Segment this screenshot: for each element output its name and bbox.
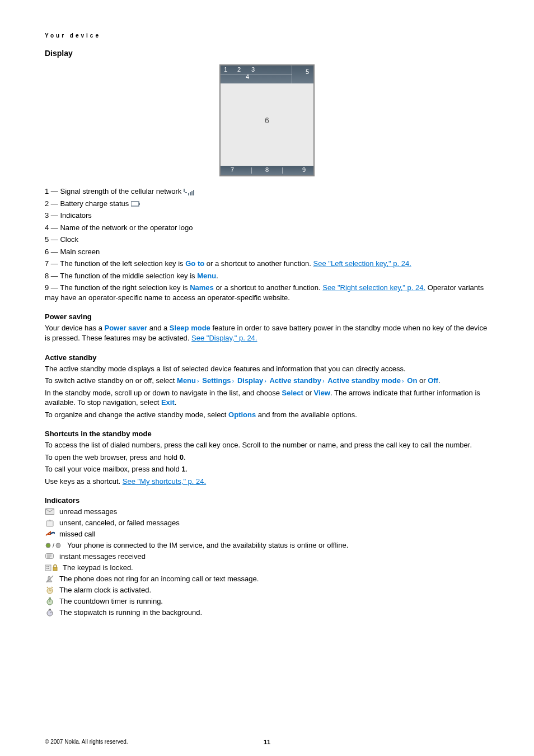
left-selection-key-link[interactable]: See "Left selection key," p. 24. [313, 259, 411, 268]
im-online-offline-icon: / [45, 542, 63, 549]
svg-line-28 [51, 587, 53, 588]
item-4-num: 4 [45, 223, 49, 232]
item-8-post: . [216, 272, 218, 280]
power-saver-term: Power saver [104, 324, 147, 332]
indicator-keypad-locked: The keypad is locked. [45, 563, 489, 572]
diagram-label-9: 9 [302, 166, 306, 173]
active-standby-p1: The active standby mode displays a list … [45, 364, 489, 374]
svg-rect-7 [139, 203, 140, 205]
item-9: 9 — The function of the right selection … [45, 283, 489, 302]
display-diagram: 1 2 3 4 5 6 7 8 9 [219, 64, 315, 176]
item-5: 5 — Clock [45, 235, 489, 245]
envelope-icon [45, 508, 55, 516]
indicators-heading: Indicators [45, 496, 489, 505]
running-header: Your device [45, 32, 489, 39]
item-1-num: 1 [45, 187, 49, 195]
display-heading: Display [45, 49, 489, 58]
right-selection-key-link[interactable]: See "Right selection key," p. 24. [322, 283, 425, 292]
svg-line-27 [47, 587, 48, 588]
item-2-text: — Battery charge status [51, 199, 131, 208]
indicator-text: Your phone is connected to the IM servic… [67, 541, 348, 549]
item-7: 7 — The function of the left selection k… [45, 259, 489, 269]
item-3-text: — Indicators [51, 211, 92, 220]
svg-rect-4 [191, 191, 193, 195]
diagram-label-1: 1 [224, 66, 227, 73]
copyright: © 2007 Nokia. All rights reserved. [45, 739, 128, 745]
indicator-countdown: The countdown timer is running. [45, 597, 489, 605]
crumb-active-standby: Active standby [269, 376, 321, 385]
svg-rect-19 [48, 566, 49, 567]
indicator-missed-call: missed call [45, 530, 489, 538]
diagram-label-7: 7 [231, 166, 234, 173]
outbox-icon [45, 519, 55, 527]
crumb-sep: › [321, 377, 326, 384]
item-2: 2 — Battery charge status [45, 199, 489, 209]
active-p3-pre: In the standby mode, scroll up or down t… [45, 389, 282, 397]
signal-icon [184, 189, 195, 195]
shortcuts-p4-pre: Use keys as a shortcut. [45, 477, 123, 486]
svg-rect-9 [46, 521, 53, 526]
indicator-silent: The phone does not ring for an incoming … [45, 575, 489, 583]
svg-rect-0 [184, 189, 185, 192]
item-9-names: Names [190, 283, 214, 292]
sleep-mode-term: Sleep mode [170, 324, 210, 332]
item-3-num: 3 [45, 211, 49, 220]
svg-rect-31 [49, 598, 51, 599]
item-1: 1 — Signal strength of the cellular netw… [45, 186, 489, 197]
svg-rect-22 [53, 567, 57, 571]
diagram-label-5: 5 [306, 68, 309, 75]
item-4-text: — Name of the network or the operator lo… [51, 223, 193, 232]
crumb-display: Display [237, 376, 263, 385]
indicator-text: The countdown timer is running. [59, 597, 163, 605]
shortcuts-p4: Use keys as a shortcut. See "My shortcut… [45, 477, 489, 487]
svg-rect-34 [49, 609, 51, 610]
page: Your device Display 1 2 3 4 5 6 7 8 9 [0, 0, 534, 756]
shortcuts-p2: To open the web browser, press and hold … [45, 452, 489, 463]
indicator-text: The keypad is locked. [63, 563, 133, 572]
svg-rect-1 [185, 192, 187, 193]
display-link[interactable]: See "Display," p. 24. [191, 334, 257, 342]
item-9-mid: or a shortcut to another function. [214, 283, 322, 292]
missed-call-icon [45, 530, 55, 538]
active-standby-p4: To organize and change the active standb… [45, 410, 489, 420]
keypad-lock-icon [45, 564, 58, 572]
power-pre: Your device has a [45, 324, 104, 332]
item-8-pre: 8 — The function of the middle selection… [45, 272, 197, 280]
indicator-text: missed call [59, 530, 95, 538]
display-diagram-wrap: 1 2 3 4 5 6 7 8 9 [45, 64, 489, 176]
options-term: Options [228, 410, 256, 419]
svg-rect-20 [46, 568, 48, 569]
indicator-unsent: unsent, canceled, or failed messages [45, 519, 489, 527]
diagram-bottom-bar: 7 8 9 [221, 166, 313, 175]
active-p2-or: or [417, 376, 428, 385]
svg-rect-5 [193, 190, 194, 195]
crumb-on: On [407, 376, 417, 385]
svg-rect-3 [190, 192, 191, 195]
chat-bubble-icon [45, 553, 55, 561]
silent-icon [45, 575, 55, 583]
active-p4-pre: To organize and change the active standb… [45, 410, 228, 419]
crumb-menu: Menu [177, 376, 196, 385]
shortcuts-heading: Shortcuts in the standby mode [45, 430, 489, 438]
diagram-label-6: 6 [265, 116, 269, 125]
item-6-num: 6 [45, 248, 49, 256]
item-1-text: — Signal strength of the cellular networ… [51, 187, 184, 195]
crumb-sep: › [401, 377, 405, 384]
countdown-timer-icon [45, 598, 55, 605]
crumb-sep: › [196, 377, 200, 384]
shortcuts-p1: To access the list of dialed numbers, pr… [45, 440, 489, 450]
indicator-text: The alarm clock is activated. [59, 586, 151, 594]
active-p2-pre: To switch active standby on or off, sele… [45, 376, 177, 385]
active-standby-p2: To switch active standby on or off, sele… [45, 376, 489, 386]
item-6-text: — Main screen [51, 248, 100, 256]
indicator-stopwatch: The stopwatch is running in the backgrou… [45, 608, 489, 617]
item-8-menu: Menu [197, 272, 216, 280]
indicator-text: instant messages received [59, 552, 146, 561]
item-9-pre: 9 — The function of the right selection … [45, 283, 190, 292]
my-shortcuts-link[interactable]: See "My shortcuts," p. 24. [123, 477, 206, 486]
power-saving-heading: Power saving [45, 312, 489, 321]
power-saving-text: Your device has a Power saver and a Slee… [45, 323, 489, 343]
select-term: Select [282, 389, 303, 397]
indicator-text: The stopwatch is running in the backgrou… [59, 608, 202, 617]
crumb-active-standby-mode: Active standby mode [327, 376, 401, 385]
